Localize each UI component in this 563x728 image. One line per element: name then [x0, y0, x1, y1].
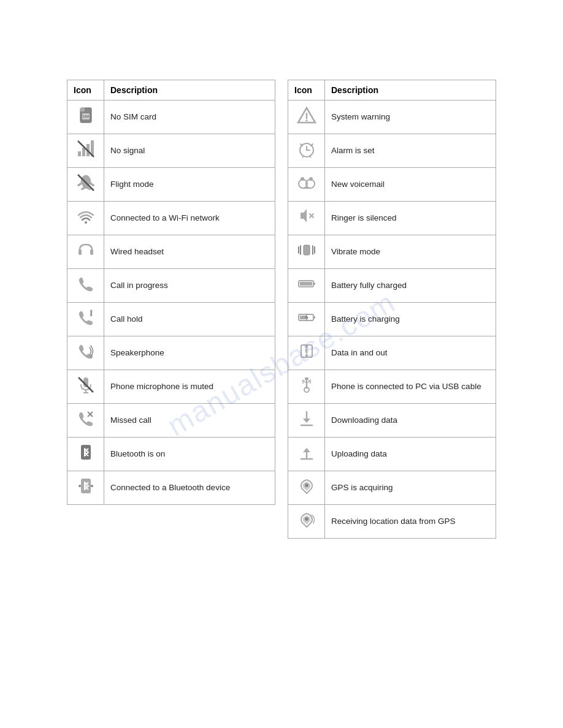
- alarm-set-icon: [288, 134, 325, 168]
- table-row: Flight mode: [67, 168, 275, 202]
- system-warning-icon: [288, 100, 325, 134]
- svg-point-38: [309, 177, 313, 181]
- battery-charging-icon: [288, 303, 325, 336]
- flight-mode-icon: [67, 168, 104, 202]
- wifi-icon: [67, 202, 104, 235]
- svg-marker-1: [80, 108, 85, 112]
- right-col-icon-header: Icon: [288, 80, 325, 100]
- svg-point-71: [305, 483, 308, 487]
- speakerphone-icon: [67, 336, 104, 370]
- flight-mode-desc: Flight mode: [104, 168, 275, 202]
- upload-desc: Uploading data: [325, 438, 496, 471]
- no-signal-desc: No signal: [104, 134, 275, 168]
- table-row: Call in progress: [67, 269, 275, 303]
- table-row: SIM No SIM card: [67, 100, 275, 134]
- tables-container: Icon Description SIM No SIM card: [67, 80, 496, 539]
- table-row: Phone is connected to PC via USB cable: [288, 370, 496, 404]
- svg-rect-5: [82, 148, 85, 156]
- right-table: Icon Description System warning: [288, 80, 496, 539]
- svg-rect-62: [305, 377, 308, 380]
- table-row: GPS is acquiring: [288, 471, 496, 505]
- usb-connected-desc: Phone is connected to PC via USB cable: [325, 370, 496, 404]
- call-progress-desc: Call in progress: [104, 269, 275, 303]
- svg-rect-12: [90, 249, 93, 255]
- left-col-desc-header: Description: [104, 80, 275, 100]
- headset-desc: Wired headset: [104, 235, 275, 269]
- table-row: Battery is charging: [288, 303, 496, 336]
- svg-rect-48: [300, 282, 312, 286]
- vibrate-mode-icon: [288, 235, 325, 269]
- call-progress-icon: [67, 269, 104, 303]
- svg-rect-4: [78, 151, 81, 156]
- svg-text:E: E: [305, 348, 308, 354]
- ringer-silenced-desc: Ringer is silenced: [325, 202, 496, 235]
- left-col-icon-header: Icon: [67, 80, 104, 100]
- svg-point-72: [305, 517, 308, 521]
- table-row: E Data in and out: [288, 336, 496, 370]
- right-col-desc-header: Description: [325, 80, 496, 100]
- svg-point-26: [305, 119, 307, 121]
- sim-card-icon: SIM: [67, 100, 104, 134]
- table-row: No signal: [67, 134, 275, 168]
- table-row: Alarm is set: [288, 134, 496, 168]
- wifi-desc: Connected to a Wi-Fi network: [104, 202, 275, 235]
- voicemail-desc: New voicemail: [325, 168, 496, 202]
- missed-call-icon: [67, 404, 104, 438]
- svg-point-37: [301, 177, 304, 181]
- call-hold-icon: ‖: [67, 303, 104, 336]
- table-row: Receiving location data from GPS: [288, 505, 496, 539]
- table-row: Uploading data: [288, 438, 496, 471]
- upload-icon: [288, 438, 325, 471]
- svg-marker-66: [303, 419, 310, 423]
- table-row: Battery fully charged: [288, 269, 496, 303]
- svg-line-33: [310, 156, 311, 157]
- svg-rect-47: [313, 282, 315, 285]
- download-desc: Downloading data: [325, 404, 496, 438]
- no-signal-icon: [67, 134, 104, 168]
- svg-rect-11: [79, 249, 82, 255]
- gps-acquiring-desc: GPS is acquiring: [325, 471, 496, 505]
- svg-rect-50: [313, 316, 315, 319]
- table-row: New voicemail: [288, 168, 496, 202]
- usb-connected-icon: [288, 370, 325, 404]
- table-row: Downloading data: [288, 404, 496, 438]
- battery-full-desc: Battery fully charged: [325, 269, 496, 303]
- svg-text:‖: ‖: [90, 309, 93, 316]
- mic-muted-icon: [67, 370, 104, 404]
- bluetooth-on-icon: [67, 438, 104, 471]
- vibrate-mode-desc: Vibrate mode: [325, 235, 496, 269]
- gps-receiving-icon: [288, 505, 325, 539]
- table-row: Bluetooth is on: [67, 438, 275, 471]
- bluetooth-connected-desc: Connected to a Bluetooth device: [104, 471, 275, 505]
- alarm-set-desc: Alarm is set: [325, 134, 496, 168]
- table-row: Vibrate mode: [288, 235, 496, 269]
- svg-point-22: [79, 485, 81, 487]
- table-row: System warning: [288, 100, 496, 134]
- no-sim-desc: No SIM card: [104, 100, 275, 134]
- table-row: Speakerphone: [67, 336, 275, 370]
- call-hold-desc: Call hold: [104, 303, 275, 336]
- bluetooth-connected-icon: [67, 471, 104, 505]
- svg-line-30: [301, 144, 302, 146]
- table-row: ‖ Call hold: [67, 303, 275, 336]
- download-icon: [288, 404, 325, 438]
- table-row: Phone microphone is muted: [67, 370, 275, 404]
- mic-muted-desc: Phone microphone is muted: [104, 370, 275, 404]
- gps-receiving-desc: Receiving location data from GPS: [325, 505, 496, 539]
- svg-line-31: [311, 144, 313, 146]
- table-row: Wired headset: [67, 235, 275, 269]
- voicemail-icon: [288, 168, 325, 202]
- svg-rect-21: [81, 479, 91, 493]
- svg-point-10: [85, 221, 87, 224]
- svg-point-23: [91, 485, 93, 487]
- system-warning-desc: System warning: [325, 100, 496, 134]
- data-inout-icon: E: [288, 336, 325, 370]
- ringer-silenced-icon: [288, 202, 325, 235]
- battery-full-icon: [288, 269, 325, 303]
- svg-rect-20: [81, 445, 91, 460]
- svg-text:SIM: SIM: [82, 115, 89, 118]
- battery-charging-desc: Battery is charging: [325, 303, 496, 336]
- bluetooth-on-desc: Bluetooth is on: [104, 438, 275, 471]
- svg-line-32: [302, 156, 304, 157]
- missed-call-desc: Missed call: [104, 404, 275, 438]
